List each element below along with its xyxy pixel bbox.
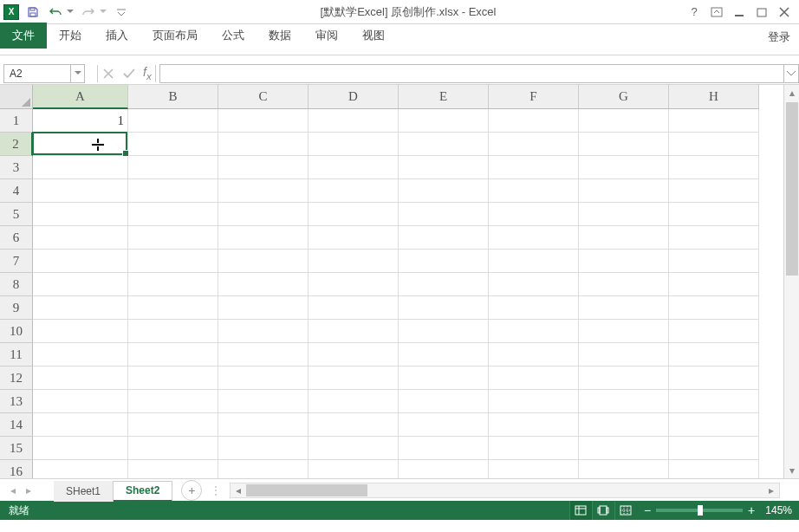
cell-A9[interactable] [33, 296, 128, 320]
cell-G12[interactable] [579, 367, 669, 390]
cell-H9[interactable] [669, 296, 759, 320]
cell-B16[interactable] [128, 460, 218, 478]
hscroll-thumb[interactable] [246, 484, 367, 496]
cell-C7[interactable] [218, 250, 309, 273]
cell-E3[interactable] [399, 156, 489, 179]
undo-dropdown[interactable] [66, 3, 75, 21]
cell-H4[interactable] [669, 179, 759, 203]
cell-C6[interactable] [218, 226, 309, 250]
cell-G2[interactable] [579, 133, 669, 156]
cell-C15[interactable] [218, 437, 309, 460]
cell-G10[interactable] [579, 320, 669, 343]
column-header-H[interactable]: H [669, 85, 759, 109]
cell-A13[interactable] [33, 390, 128, 413]
cell-B1[interactable] [128, 109, 218, 133]
tab-插入[interactable]: 插入 [94, 23, 140, 49]
cell-B5[interactable] [128, 203, 218, 226]
cell-F4[interactable] [489, 179, 579, 203]
cell-H6[interactable] [669, 226, 759, 250]
cell-B13[interactable] [128, 390, 218, 413]
vertical-scrollbar[interactable]: ▴ ▾ [783, 85, 799, 478]
cell-F2[interactable] [489, 133, 579, 156]
column-header-B[interactable]: B [128, 85, 218, 109]
cell-E13[interactable] [399, 390, 489, 413]
row-header-12[interactable]: 12 [0, 367, 33, 390]
cell-G11[interactable] [579, 343, 669, 367]
cell-E8[interactable] [399, 273, 489, 296]
cell-A16[interactable] [33, 460, 128, 478]
cell-D11[interactable] [309, 343, 399, 367]
minimize-button[interactable] [731, 4, 747, 20]
cell-F15[interactable] [489, 437, 579, 460]
row-header-7[interactable]: 7 [0, 250, 33, 273]
save-button[interactable] [24, 3, 42, 21]
cell-D12[interactable] [309, 367, 399, 390]
redo-button[interactable] [80, 3, 97, 21]
cell-C12[interactable] [218, 367, 309, 390]
cell-B6[interactable] [128, 226, 218, 250]
cell-C10[interactable] [218, 320, 309, 343]
cell-A5[interactable] [33, 203, 128, 226]
cell-E2[interactable] [399, 133, 489, 156]
cell-B8[interactable] [128, 273, 218, 296]
cell-G5[interactable] [579, 203, 669, 226]
tab-公式[interactable]: 公式 [210, 23, 257, 49]
cell-G14[interactable] [579, 413, 669, 437]
select-all-corner[interactable] [0, 85, 33, 109]
cell-B9[interactable] [128, 296, 218, 320]
tab-数据[interactable]: 数据 [257, 23, 303, 49]
cell-A1[interactable]: 1 [33, 109, 128, 133]
zoom-slider[interactable] [656, 509, 743, 512]
row-header-15[interactable]: 15 [0, 437, 33, 460]
column-header-G[interactable]: G [579, 85, 669, 109]
cell-D4[interactable] [309, 179, 399, 203]
cell-G15[interactable] [579, 437, 669, 460]
cell-D1[interactable] [309, 109, 399, 133]
add-sheet-button[interactable]: + [181, 480, 202, 501]
cell-G7[interactable] [579, 250, 669, 273]
sheet-nav-next[interactable]: ▸ [23, 484, 35, 496]
zoom-slider-thumb[interactable] [698, 505, 703, 516]
cell-F11[interactable] [489, 343, 579, 367]
cell-A8[interactable] [33, 273, 128, 296]
cell-D14[interactable] [309, 413, 399, 437]
cell-E9[interactable] [399, 296, 489, 320]
row-header-10[interactable]: 10 [0, 320, 33, 343]
tab-开始[interactable]: 开始 [47, 23, 94, 49]
cell-D15[interactable] [309, 437, 399, 460]
enter-formula-button[interactable] [119, 64, 140, 83]
cell-E5[interactable] [399, 203, 489, 226]
sheet-tab-SHeet1[interactable]: SHeet1 [54, 481, 114, 502]
cell-C3[interactable] [218, 156, 309, 179]
cell-D16[interactable] [309, 460, 399, 478]
row-header-2[interactable]: 2 [0, 133, 33, 156]
cell-B15[interactable] [128, 437, 218, 460]
cell-A11[interactable] [33, 343, 128, 367]
cell-H10[interactable] [669, 320, 759, 343]
cell-C13[interactable] [218, 390, 309, 413]
column-header-A[interactable]: A [33, 85, 128, 109]
cell-A12[interactable] [33, 367, 128, 390]
cell-H15[interactable] [669, 437, 759, 460]
sheet-nav-prev[interactable]: ◂ [7, 484, 19, 496]
cell-H1[interactable] [669, 109, 759, 133]
undo-button[interactable] [47, 3, 64, 21]
tab-视图[interactable]: 视图 [350, 23, 397, 49]
cell-G16[interactable] [579, 460, 669, 478]
zoom-in-button[interactable]: + [748, 503, 755, 517]
cell-G4[interactable] [579, 179, 669, 203]
cell-A2[interactable] [33, 133, 128, 156]
cell-G6[interactable] [579, 226, 669, 250]
row-header-11[interactable]: 11 [0, 343, 33, 367]
cell-A6[interactable] [33, 226, 128, 250]
cell-F13[interactable] [489, 390, 579, 413]
qat-customize[interactable] [113, 3, 130, 21]
cell-E4[interactable] [399, 179, 489, 203]
cell-F10[interactable] [489, 320, 579, 343]
view-page-layout-button[interactable] [592, 501, 614, 520]
row-header-13[interactable]: 13 [0, 390, 33, 413]
close-button[interactable] [776, 4, 792, 20]
horizontal-scrollbar[interactable]: ◂ ▸ [230, 483, 780, 498]
sheet-split-handle[interactable]: ⋮ [211, 484, 221, 496]
help-button[interactable]: ? [686, 4, 702, 20]
